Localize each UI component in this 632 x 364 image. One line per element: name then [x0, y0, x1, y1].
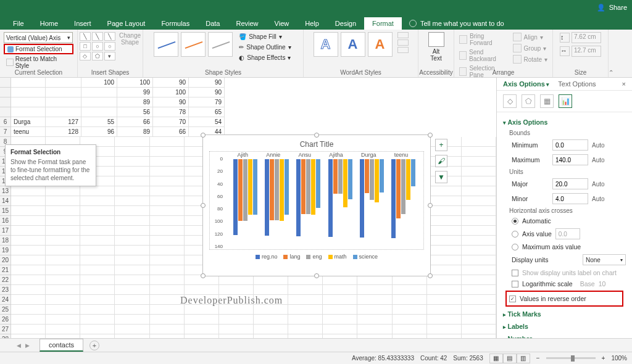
bring-forward-icon — [459, 35, 467, 44]
pane-minor-input[interactable] — [552, 193, 588, 204]
group-label-size: Size — [553, 69, 608, 76]
wordart-gallery[interactable]: A A A — [314, 32, 393, 57]
pane-number-section[interactable]: Number — [503, 333, 626, 338]
shape-fill-button[interactable]: 🪣Shape Fill ▾ — [238, 32, 292, 41]
group-label-shape-styles: Shape Styles — [143, 69, 303, 76]
pane-display-units-label: Display units — [512, 256, 549, 263]
group-label-wordart: WordArt Styles — [304, 69, 418, 76]
pane-major-auto[interactable]: Auto — [592, 181, 605, 188]
shape-styles-gallery[interactable] — [154, 32, 233, 57]
tab-insert[interactable]: Insert — [66, 17, 99, 30]
pane-fill-icon[interactable]: ◇ — [503, 94, 517, 108]
worksheet-grid[interactable]: 6789101112131415161718192021222324252627… — [0, 78, 496, 338]
chart-title[interactable]: Chart Title — [203, 135, 430, 151]
shapes-gallery[interactable]: ╲╲╲ □○○ ◇⬠▾ — [80, 32, 115, 60]
width-input-row[interactable]: ↔ 12.7 cm — [560, 46, 601, 57]
pane-show-display-label-check[interactable]: Show display units label on chart — [503, 267, 626, 278]
tab-design[interactable]: Design — [327, 17, 364, 30]
tab-home[interactable]: Home — [32, 17, 66, 30]
sheet-nav-prev[interactable]: ◀ — [15, 342, 22, 349]
pane-major-input[interactable] — [552, 178, 588, 189]
pane-effects-icon[interactable]: ⬠ — [522, 94, 535, 108]
status-average: Average: 85.43333333 — [352, 355, 414, 362]
chart-legend[interactable]: reg.nolangengmathscience — [203, 250, 430, 263]
ribbon: Vertical (Value) Axis Format Selection R… — [0, 30, 632, 78]
pane-major-label: Major — [512, 180, 549, 188]
chart-plot-area[interactable]: AjithAnnieAnsuAjithaDurgateenu 020406080… — [209, 151, 424, 250]
sheet-tab-bar: ◀ ▶ contacts + — [0, 338, 632, 352]
rotate-button[interactable]: Rotate ▾ — [512, 54, 549, 64]
chart-elements-button[interactable]: + — [435, 139, 447, 151]
align-button[interactable]: Align ▾ — [512, 32, 549, 42]
effects-icon: ◐ — [239, 54, 244, 61]
view-page-layout-button[interactable]: ▤ — [503, 354, 517, 363]
tab-view[interactable]: View — [267, 17, 297, 30]
rotate-icon — [513, 55, 522, 64]
text-outline-button[interactable] — [397, 39, 409, 46]
pane-radio-automatic[interactable]: Automatic — [503, 215, 626, 226]
pane-min-auto[interactable]: Auto — [592, 142, 605, 149]
zoom-slider[interactable] — [546, 357, 596, 359]
pane-min-input[interactable] — [552, 139, 588, 151]
text-fill-button[interactable] — [397, 32, 409, 38]
add-sheet-button[interactable]: + — [89, 341, 99, 350]
view-normal-button[interactable]: ▦ — [489, 354, 503, 363]
reset-to-match-style-button[interactable]: Reset to Match Style — [4, 55, 73, 70]
pane-text-options-tab[interactable]: Text Options — [558, 80, 596, 88]
send-backward-button[interactable]: Send Backward — [458, 48, 507, 63]
tab-format[interactable]: Format — [364, 17, 402, 30]
pane-bounds-label: Bounds — [503, 128, 626, 138]
tab-review[interactable]: Review — [228, 17, 266, 30]
view-page-break-button[interactable]: ▥ — [517, 354, 530, 363]
zoom-level[interactable]: 100% — [611, 355, 627, 362]
tab-page-layout[interactable]: Page Layout — [99, 17, 154, 30]
pane-tick-marks-section[interactable]: Tick Marks — [503, 308, 626, 320]
pane-log-scale-check[interactable]: Logarithmic scaleBase10 — [503, 278, 626, 289]
change-shape-button[interactable]: Change Shape — [119, 32, 141, 60]
tell-me-search[interactable]: Tell me what you want to do — [402, 17, 512, 30]
share-icon: 👤 — [597, 4, 605, 12]
pane-axis-options-icon[interactable]: 📊 — [559, 94, 572, 108]
zoom-out-button[interactable]: − — [536, 355, 540, 362]
pane-max-input[interactable] — [552, 154, 588, 165]
shape-effects-button[interactable]: ◐Shape Effects ▾ — [238, 53, 292, 62]
pane-display-units-select[interactable]: None — [583, 254, 626, 265]
share-button[interactable]: Share — [609, 4, 627, 11]
pane-radio-max-axis[interactable]: Maximum axis value — [503, 241, 626, 252]
pane-axis-options-tab[interactable]: Axis Options — [503, 80, 549, 88]
text-effects-button[interactable] — [397, 47, 409, 53]
sheet-tab-active[interactable]: contacts — [40, 339, 83, 352]
pane-axis-value-input[interactable] — [555, 228, 580, 239]
chart-filters-button[interactable]: ▼ — [435, 171, 447, 183]
alt-text-button[interactable]: Alt Text — [428, 32, 444, 62]
tooltip-body: Show the Format task pane to fine-tune f… — [10, 158, 91, 182]
zoom-in-button[interactable]: + — [602, 355, 605, 362]
pane-max-auto[interactable]: Auto — [592, 157, 605, 163]
chart-styles-button[interactable]: 🖌 — [435, 155, 447, 167]
group-button[interactable]: Group ▾ — [512, 43, 549, 53]
embedded-chart[interactable]: Chart Title AjithAnnieAnsuAjithaDurgatee… — [202, 134, 431, 276]
pane-values-reverse-check[interactable]: ✓Values in reverse order — [509, 293, 620, 304]
group-icon — [513, 44, 522, 52]
paint-bucket-icon: 🪣 — [239, 33, 246, 40]
format-selection-button[interactable]: Format Selection — [4, 44, 73, 54]
chart-value-axis[interactable]: 020406080100120140 — [210, 158, 226, 247]
pane-radio-axis-value[interactable]: Axis value — [503, 226, 626, 241]
height-input-row[interactable]: ↕ 7.62 cm — [560, 32, 601, 43]
status-bar: Average: 85.43333333 Count: 42 Sum: 2563… — [0, 352, 632, 364]
ribbon-collapse-button[interactable]: ⌃ — [609, 30, 616, 77]
pane-minor-auto[interactable]: Auto — [592, 196, 605, 202]
tab-data[interactable]: Data — [198, 17, 228, 30]
pane-labels-section[interactable]: Labels — [503, 320, 626, 333]
chart-element-dropdown[interactable]: Vertical (Value) Axis — [4, 32, 73, 43]
tab-help[interactable]: Help — [297, 17, 327, 30]
pane-axis-options-section[interactable]: Axis Options — [503, 116, 626, 128]
pane-size-icon[interactable]: ▦ — [540, 94, 554, 108]
tab-file[interactable]: File — [5, 17, 32, 30]
bring-forward-button[interactable]: Bring Forward — [458, 32, 507, 47]
pane-max-label: Maximum — [512, 156, 549, 163]
sheet-nav-next[interactable]: ▶ — [23, 342, 31, 349]
tab-formulas[interactable]: Formulas — [153, 17, 198, 30]
pane-close-button[interactable]: × — [622, 80, 626, 88]
shape-outline-button[interactable]: ✏Shape Outline ▾ — [238, 43, 292, 52]
